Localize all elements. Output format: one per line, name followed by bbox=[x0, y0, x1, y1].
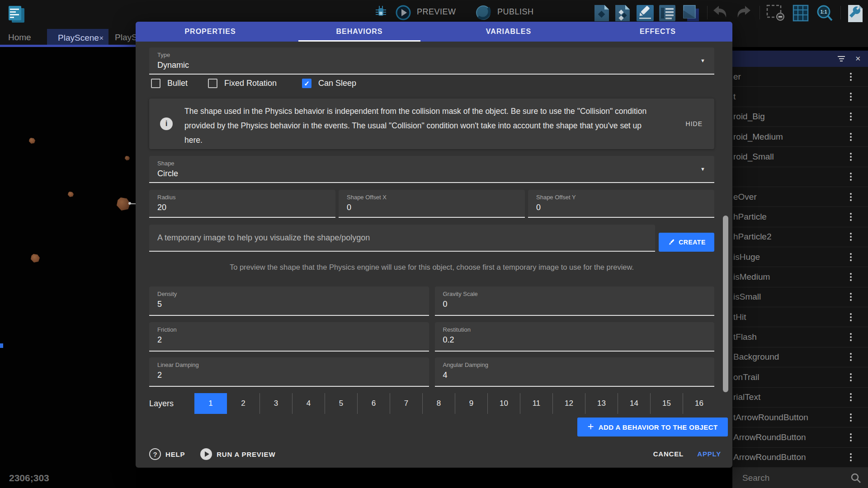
item-menu-icon[interactable] bbox=[850, 313, 852, 321]
create-button[interactable]: CREATE bbox=[659, 233, 714, 252]
layer-button-16[interactable]: 16 bbox=[683, 393, 715, 414]
objects-group-icon[interactable] bbox=[614, 4, 631, 22]
edit-scene-icon[interactable] bbox=[636, 4, 655, 22]
publish-button[interactable]: PUBLISH bbox=[497, 7, 534, 17]
dialog-tab-variables[interactable]: VARIABLES bbox=[434, 22, 583, 42]
layer-button-4[interactable]: 4 bbox=[292, 393, 325, 414]
checkbox-can-sleep[interactable]: ✓Can Sleep bbox=[302, 79, 356, 88]
zoom-1-1-icon[interactable]: 1:1 bbox=[816, 4, 835, 23]
layer-button-12[interactable]: 12 bbox=[552, 393, 585, 414]
add-object-icon[interactable] bbox=[593, 4, 610, 22]
layer-button-13[interactable]: 13 bbox=[585, 393, 618, 414]
cancel-button[interactable]: CANCEL bbox=[653, 448, 684, 460]
item-menu-icon[interactable] bbox=[850, 193, 852, 201]
object-list-item[interactable]: hParticle bbox=[732, 207, 868, 227]
item-menu-icon[interactable] bbox=[850, 73, 852, 81]
dialog-scrollbar[interactable] bbox=[723, 216, 728, 392]
checkbox-bullet[interactable]: Bullet bbox=[151, 79, 188, 88]
tab-home[interactable]: Home bbox=[8, 33, 31, 42]
tab-close-icon[interactable]: ✕ bbox=[99, 35, 104, 42]
object-list-item[interactable]: roid_Medium bbox=[732, 127, 868, 147]
run-preview-icon[interactable] bbox=[200, 448, 212, 460]
close-panel-icon[interactable]: ✕ bbox=[855, 55, 861, 63]
dialog-tab-properties[interactable]: PROPERTIES bbox=[136, 22, 285, 42]
layer-button-8[interactable]: 8 bbox=[422, 393, 455, 414]
item-menu-icon[interactable] bbox=[850, 393, 852, 401]
search-input[interactable] bbox=[741, 473, 841, 483]
field-friction[interactable]: Friction2 bbox=[149, 322, 429, 352]
temp-image-field[interactable]: A temporary image to help you visualize … bbox=[149, 225, 655, 252]
layer-button-1[interactable]: 1 bbox=[194, 393, 227, 414]
field-restitution[interactable]: Restitution0.2 bbox=[435, 322, 715, 352]
object-list-item[interactable]: roid_Small bbox=[732, 147, 868, 167]
apply-button[interactable]: APPLY bbox=[697, 448, 721, 460]
layer-button-2[interactable]: 2 bbox=[227, 393, 259, 414]
object-list-item[interactable]: tArrowRoundButton bbox=[732, 408, 868, 427]
field-shape-offset-x[interactable]: Shape Offset X0 bbox=[339, 190, 525, 218]
tab-playscene[interactable]: PlayScene ✕ bbox=[47, 29, 108, 47]
layer-button-14[interactable]: 14 bbox=[618, 393, 650, 414]
layer-button-15[interactable]: 15 bbox=[650, 393, 683, 414]
dialog-tab-behaviors[interactable]: BEHAVIORS bbox=[285, 22, 434, 42]
object-list-item[interactable]: Background bbox=[732, 347, 868, 367]
item-menu-icon[interactable] bbox=[850, 93, 852, 101]
field-density[interactable]: Density5 bbox=[149, 286, 429, 316]
add-behavior-button[interactable]: + ADD A BEHAVIOR TO THE OBJECT bbox=[577, 418, 728, 436]
item-menu-icon[interactable] bbox=[850, 133, 852, 141]
dialog-tab-effects[interactable]: EFFECTS bbox=[583, 22, 732, 42]
project-tools-icon[interactable] bbox=[846, 4, 864, 23]
publish-icon[interactable] bbox=[475, 4, 492, 21]
filter-icon[interactable] bbox=[838, 56, 845, 61]
field-angular-damping[interactable]: Angular Damping4 bbox=[435, 357, 715, 387]
item-menu-icon[interactable] bbox=[850, 233, 852, 241]
item-menu-icon[interactable] bbox=[850, 413, 852, 422]
item-menu-icon[interactable] bbox=[850, 453, 852, 461]
layer-button-11[interactable]: 11 bbox=[520, 393, 552, 414]
help-icon[interactable]: ? bbox=[149, 448, 161, 460]
object-list-item[interactable]: er bbox=[732, 67, 868, 87]
asteroid-sprite[interactable] bbox=[125, 156, 130, 160]
checkbox-box[interactable]: ✓ bbox=[302, 79, 311, 88]
object-list-item[interactable]: isHuge bbox=[732, 247, 868, 267]
layer-button-9[interactable]: 9 bbox=[455, 393, 487, 414]
clear-selection-icon[interactable] bbox=[766, 4, 786, 22]
field-linear-damping[interactable]: Linear Damping2 bbox=[149, 357, 429, 387]
item-menu-icon[interactable] bbox=[850, 113, 852, 121]
grid-icon[interactable] bbox=[792, 4, 809, 22]
object-list-item[interactable]: ArrowRoundButton bbox=[732, 448, 868, 468]
object-list-item[interactable]: tHit bbox=[732, 307, 868, 327]
item-menu-icon[interactable] bbox=[850, 173, 852, 181]
layer-button-6[interactable]: 6 bbox=[357, 393, 390, 414]
checkbox-fixed-rotation[interactable]: Fixed Rotation bbox=[208, 79, 277, 88]
undo-icon[interactable] bbox=[712, 4, 730, 20]
asteroid-sprite[interactable] bbox=[29, 138, 35, 144]
field-gravity-scale[interactable]: Gravity Scale0 bbox=[435, 286, 715, 316]
item-menu-icon[interactable] bbox=[850, 353, 852, 361]
field-shape-offset-y[interactable]: Shape Offset Y0 bbox=[528, 190, 714, 218]
help-button[interactable]: HELP bbox=[165, 450, 185, 458]
item-menu-icon[interactable] bbox=[850, 253, 852, 261]
item-menu-icon[interactable] bbox=[850, 333, 852, 341]
object-list-item[interactable]: ArrowRoundButton bbox=[732, 427, 868, 447]
layer-button-5[interactable]: 5 bbox=[325, 393, 357, 414]
object-list-item[interactable]: hParticle2 bbox=[732, 227, 868, 247]
preview-button[interactable]: PREVIEW bbox=[417, 7, 456, 17]
object-list-item[interactable]: isMedium bbox=[732, 267, 868, 287]
object-list-item[interactable]: rialText bbox=[732, 388, 868, 408]
asteroid-sprite[interactable] bbox=[68, 192, 74, 197]
redo-icon[interactable] bbox=[734, 4, 752, 20]
type-select[interactable]: Type Dynamic ▼ bbox=[149, 47, 714, 75]
shape-select[interactable]: Shape Circle ▼ bbox=[149, 156, 714, 183]
events-sheet-icon[interactable] bbox=[658, 4, 676, 22]
object-list-item[interactable]: t bbox=[732, 87, 868, 107]
item-menu-icon[interactable] bbox=[850, 433, 852, 441]
asteroid-sprite[interactable] bbox=[31, 254, 40, 263]
layer-button-7[interactable]: 7 bbox=[390, 393, 422, 414]
hide-button[interactable]: HIDE bbox=[686, 120, 703, 127]
object-list-item[interactable]: tFlash bbox=[732, 327, 868, 347]
item-menu-icon[interactable] bbox=[850, 373, 852, 381]
layer-button-3[interactable]: 3 bbox=[259, 393, 292, 414]
project-manager-icon[interactable] bbox=[7, 5, 26, 24]
checkbox-box[interactable] bbox=[151, 79, 160, 88]
item-menu-icon[interactable] bbox=[850, 213, 852, 221]
